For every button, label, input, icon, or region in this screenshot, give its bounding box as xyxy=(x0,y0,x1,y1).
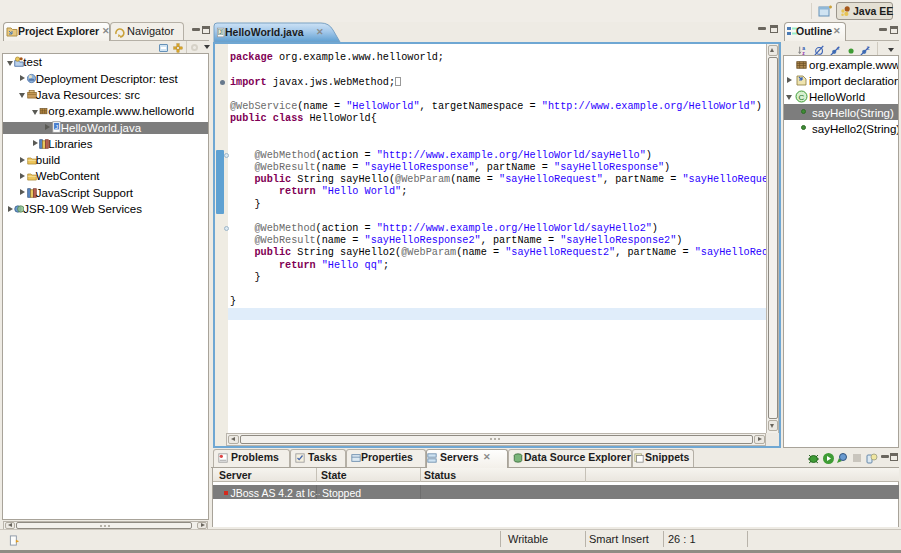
svg-text:J: J xyxy=(219,29,222,35)
svg-text:C: C xyxy=(799,92,805,101)
svg-text:J: J xyxy=(54,123,57,130)
svg-text:L: L xyxy=(867,45,870,51)
svg-text:s: s xyxy=(837,45,840,51)
